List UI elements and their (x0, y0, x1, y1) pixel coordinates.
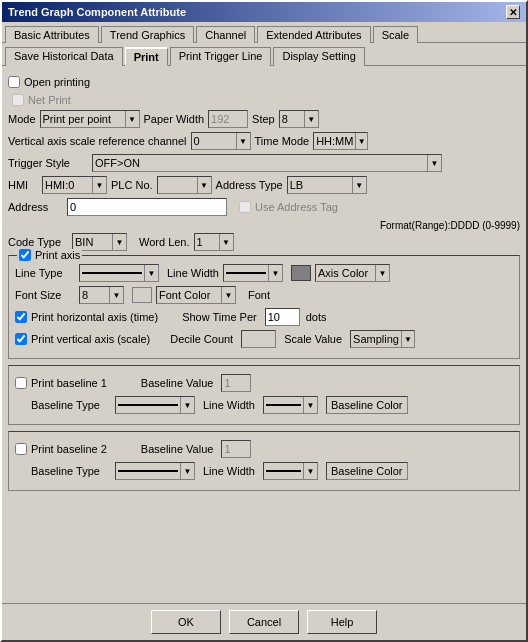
line-width-dropdown[interactable]: ▼ (223, 264, 283, 282)
font-size-arrow: ▼ (109, 287, 123, 303)
line-type-row: Line Type ▼ Line Width ▼ Axis Color (15, 264, 513, 282)
font-color-arrow: ▼ (221, 287, 235, 303)
vertical-axis-dropdown[interactable]: 0 ▼ (191, 132, 251, 150)
step-dropdown[interactable]: 8 ▼ (279, 110, 319, 128)
tab-extended-attributes[interactable]: Extended Attributes (257, 26, 370, 43)
baseline2-linewidth-arrow: ▼ (303, 463, 317, 479)
tab-scale[interactable]: Scale (373, 26, 419, 43)
mode-label: Mode (8, 113, 36, 125)
plc-no-label: PLC No. (111, 179, 153, 191)
baseline1-color-button[interactable]: Baseline Color (326, 396, 408, 414)
tab-save-historical[interactable]: Save Historical Data (5, 47, 123, 66)
baseline1-line-width-label: Line Width (203, 399, 255, 411)
print-baseline1-row[interactable]: Print baseline 1 (15, 377, 107, 389)
code-type-label: Code Type (8, 236, 68, 248)
print-baseline1-checkbox[interactable] (15, 377, 27, 389)
use-address-tag-checkbox[interactable] (239, 201, 251, 213)
mode-dropdown[interactable]: Print per point ▼ (40, 110, 140, 128)
line-width-arrow: ▼ (268, 265, 282, 281)
hmi-value: HMI:0 (43, 179, 92, 191)
baseline2-section: Print baseline 2 Baseline Value Baseline… (8, 431, 520, 491)
baseline1-type-dropdown[interactable]: ▼ (115, 396, 195, 414)
print-horizontal-axis-row[interactable]: Print horizontal axis (time) (15, 311, 158, 323)
scale-value-label: Scale Value (284, 333, 342, 345)
word-len-value: 1 (195, 236, 219, 248)
show-time-per-label: Show Time Per (182, 311, 257, 323)
hmi-row: HMI HMI:0 ▼ PLC No. ▼ Address Type LB ▼ (8, 176, 520, 194)
print-axis-checkbox[interactable] (19, 249, 31, 261)
open-printing-label: Open printing (24, 76, 90, 88)
decile-count-input[interactable] (241, 330, 276, 348)
print-baseline2-checkbox[interactable] (15, 443, 27, 455)
hmi-label: HMI (8, 179, 38, 191)
baseline2-value-input[interactable] (221, 440, 251, 458)
font-label: Font (248, 289, 270, 301)
help-button[interactable]: Help (307, 610, 377, 634)
plc-no-dropdown[interactable]: ▼ (157, 176, 212, 194)
net-print-checkbox[interactable] (12, 94, 24, 106)
font-size-dropdown[interactable]: 8 ▼ (79, 286, 124, 304)
line-width-label: Line Width (167, 267, 219, 279)
address-input[interactable] (67, 198, 227, 216)
print-axis-row[interactable]: Print axis (17, 249, 82, 261)
font-color-dropdown[interactable]: Font Color ▼ (156, 286, 236, 304)
hmi-dropdown[interactable]: HMI:0 ▼ (42, 176, 107, 194)
net-print-row[interactable]: Net Print (12, 94, 520, 106)
step-value: 8 (280, 113, 304, 125)
paper-width-input[interactable] (208, 110, 248, 128)
ok-button[interactable]: OK (151, 610, 221, 634)
use-address-tag-row[interactable]: Use Address Tag (239, 201, 338, 213)
tab-basic-attributes[interactable]: Basic Attributes (5, 26, 99, 43)
code-type-arrow: ▼ (112, 234, 126, 250)
baseline2-type-dropdown[interactable]: ▼ (115, 462, 195, 480)
print-vertical-checkbox[interactable] (15, 333, 27, 345)
print-horizontal-checkbox[interactable] (15, 311, 27, 323)
axis-color-dropdown[interactable]: Axis Color ▼ (315, 264, 390, 282)
tab-channel[interactable]: Channel (196, 26, 255, 43)
trigger-style-label: Trigger Style (8, 157, 88, 169)
mode-value: Print per point (41, 113, 125, 125)
open-printing-row[interactable]: Open printing (8, 76, 520, 88)
main-content: Open printing Net Print Mode Print per p… (2, 66, 526, 603)
tab-print[interactable]: Print (125, 47, 168, 66)
show-time-per-input[interactable] (265, 308, 300, 326)
font-size-value: 8 (80, 289, 109, 301)
tab-display-setting[interactable]: Display Setting (273, 47, 364, 66)
baseline2-color-button[interactable]: Baseline Color (326, 462, 408, 480)
code-type-value: BIN (73, 236, 112, 248)
print-vertical-row: Print vertical axis (scale) Decile Count… (15, 330, 513, 348)
open-printing-checkbox[interactable] (8, 76, 20, 88)
address-type-arrow: ▼ (352, 177, 366, 193)
baseline1-linewidth-arrow: ▼ (303, 397, 317, 413)
tab-print-trigger-line[interactable]: Print Trigger Line (170, 47, 272, 66)
scale-value-dropdown[interactable]: Sampling ▼ (350, 330, 415, 348)
cancel-button[interactable]: Cancel (229, 610, 299, 634)
line-type-dropdown[interactable]: ▼ (79, 264, 159, 282)
trigger-style-dropdown[interactable]: OFF>ON ▼ (92, 154, 442, 172)
print-axis-section: Print axis Line Type ▼ Line Width ▼ (8, 255, 520, 359)
baseline1-section: Print baseline 1 Baseline Value Baseline… (8, 365, 520, 425)
time-mode-dropdown[interactable]: HH:MM ▼ (313, 132, 368, 150)
trigger-style-arrow: ▼ (427, 155, 441, 171)
step-label: Step (252, 113, 275, 125)
scale-value-arrow: ▼ (401, 331, 414, 347)
baseline2-linewidth-dropdown[interactable]: ▼ (263, 462, 318, 480)
address-type-value: LB (288, 179, 352, 191)
bottom-buttons: OK Cancel Help (2, 603, 526, 640)
tab-trend-graphics[interactable]: Trend Graphics (101, 26, 194, 43)
address-type-dropdown[interactable]: LB ▼ (287, 176, 367, 194)
decile-count-label: Decile Count (170, 333, 233, 345)
print-vertical-label: Print vertical axis (scale) (31, 333, 150, 345)
baseline1-value-input[interactable] (221, 374, 251, 392)
font-size-row: Font Size 8 ▼ Font Color ▼ Font (15, 286, 513, 304)
baseline2-type-label: Baseline Type (31, 465, 111, 477)
word-len-dropdown[interactable]: 1 ▼ (194, 233, 234, 251)
print-baseline2-row[interactable]: Print baseline 2 (15, 443, 107, 455)
close-button[interactable]: ✕ (506, 5, 520, 19)
line-type-label: Line Type (15, 267, 75, 279)
print-vertical-axis-row[interactable]: Print vertical axis (scale) (15, 333, 150, 345)
baseline1-linewidth-dropdown[interactable]: ▼ (263, 396, 318, 414)
print-horizontal-row: Print horizontal axis (time) Show Time P… (15, 308, 513, 326)
baseline1-type-row: Baseline Type ▼ Line Width ▼ Baseline Co… (15, 396, 513, 414)
time-mode-arrow: ▼ (355, 133, 367, 149)
